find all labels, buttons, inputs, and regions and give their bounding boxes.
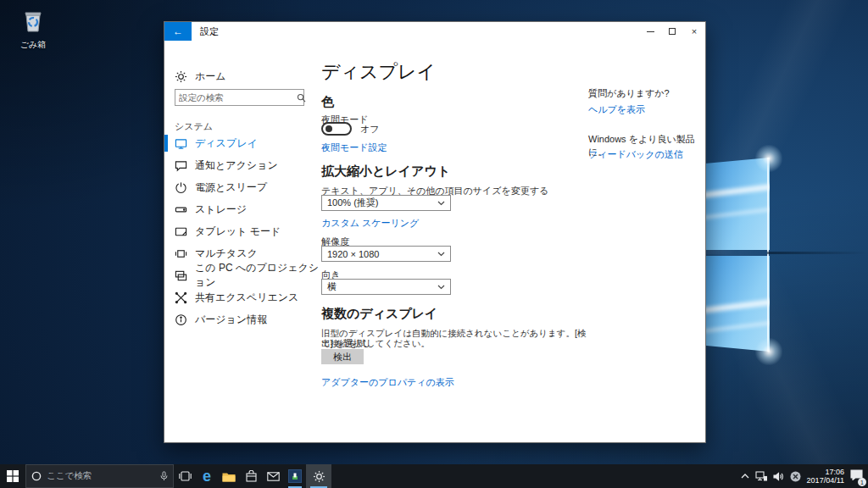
microphone-icon: [160, 471, 168, 481]
taskbar-clock[interactable]: 17:06 2017/04/11: [807, 468, 844, 485]
page-title: ディスプレイ: [321, 59, 436, 85]
orientation-dropdown[interactable]: 横: [321, 279, 451, 295]
recycle-bin-glyph: [20, 8, 46, 34]
windows-logo-edge-glow: [767, 158, 769, 352]
settings-search-input[interactable]: [175, 92, 297, 103]
windows-logo-corner-glow: [754, 336, 784, 367]
night-light-settings-link[interactable]: 夜間モード設定: [321, 141, 387, 154]
show-hidden-icons-button[interactable]: [741, 474, 749, 479]
action-center-button[interactable]: 1: [850, 469, 863, 484]
sidebar-item-label: 通知とアクション: [195, 158, 278, 173]
cortana-icon: [31, 471, 42, 481]
chevron-down-icon: [437, 201, 445, 206]
taskbar: ここで検索 e: [0, 464, 868, 488]
recycle-bin-label: ごみ箱: [10, 39, 56, 51]
toggle-track: [321, 122, 352, 136]
storage-icon: [175, 203, 187, 216]
task-view-button[interactable]: [174, 464, 196, 488]
get-help-link[interactable]: ヘルプを表示: [588, 103, 645, 116]
maximize-button[interactable]: [661, 22, 683, 41]
sidebar-item-notifications[interactable]: 通知とアクション: [164, 154, 321, 176]
sidebar-item-tablet-mode[interactable]: タブレット モード: [164, 220, 321, 242]
search-icon: [297, 93, 306, 103]
network-status-button[interactable]: [755, 471, 767, 481]
chevron-down-icon: [437, 285, 445, 290]
display-settings-panel: ディスプレイ 色 夜間モード オフ 夜間モード設定 拡大縮小とレイアウト テキス…: [321, 41, 593, 442]
sidebar-item-storage[interactable]: ストレージ: [164, 198, 321, 220]
back-button[interactable]: ←: [164, 22, 192, 41]
detect-button[interactable]: 検出: [321, 349, 364, 364]
settings-sidebar: ホーム システム ディスプレイ: [164, 41, 321, 442]
back-arrow-icon: ←: [173, 25, 183, 37]
adapter-properties-link[interactable]: アダプターのプロパティの表示: [321, 376, 454, 389]
pinned-app-button[interactable]: [284, 464, 306, 488]
sidebar-item-label: マルチタスク: [195, 247, 258, 261]
settings-gear-icon: [313, 470, 326, 483]
start-button[interactable]: [0, 464, 25, 488]
sidebar-item-label: ストレージ: [195, 202, 247, 217]
clock-date: 2017/04/11: [807, 476, 844, 485]
sidebar-home-label: ホーム: [195, 69, 226, 84]
speaker-icon: [773, 472, 784, 481]
resolution-value: 1920 × 1080: [327, 249, 379, 259]
sidebar-item-display[interactable]: ディスプレイ: [164, 132, 321, 154]
night-light-toggle[interactable]: オフ: [321, 122, 380, 136]
ime-disabled-icon: [790, 471, 801, 482]
scale-section-heading: 拡大縮小とレイアウト: [321, 164, 450, 180]
maximize-icon: [669, 28, 676, 35]
mail-envelope-icon: [267, 472, 280, 481]
desktop-wallpaper: ごみ箱 ← 設定 × ホーム: [0, 0, 868, 488]
ime-status-button[interactable]: [790, 471, 801, 482]
taskbar-app-icons: e: [174, 464, 331, 488]
volume-button[interactable]: [773, 472, 784, 481]
sidebar-item-label: バージョン情報: [195, 313, 267, 327]
resolution-dropdown[interactable]: 1920 × 1080: [321, 246, 451, 262]
taskbar-search-box[interactable]: ここで検索: [25, 464, 174, 488]
night-light-state: オフ: [360, 123, 380, 136]
windows-logo-corner-glow: [754, 143, 784, 174]
notification-badge: 1: [858, 478, 866, 486]
scaling-dropdown[interactable]: 100% (推奨): [321, 195, 451, 211]
scaling-value: 100% (推奨): [327, 197, 379, 209]
edge-icon: e: [203, 469, 211, 484]
minimize-button[interactable]: [639, 22, 661, 41]
multi-display-heading: 複数のディスプレイ: [321, 306, 437, 322]
settings-search-box[interactable]: [175, 89, 304, 106]
multi-display-description-line2: て接続を試してください。: [321, 338, 430, 348]
sidebar-item-shared-experiences[interactable]: 共有エクスペリエンス: [164, 286, 321, 308]
task-view-icon: [179, 471, 192, 481]
clock-time: 17:06: [807, 468, 844, 476]
store-button[interactable]: [240, 464, 262, 488]
toggle-knob: [326, 125, 332, 132]
sidebar-nav: ディスプレイ 通知とアクション 電源とスリープ: [164, 132, 321, 330]
system-tray: 17:06 2017/04/11 1: [741, 464, 868, 488]
send-feedback-link[interactable]: フィードバックの送信: [588, 148, 683, 161]
projecting-icon: [175, 269, 187, 282]
gear-icon: [175, 70, 187, 83]
custom-scaling-link[interactable]: カスタム スケーリング: [321, 217, 419, 230]
titlebar[interactable]: ← 設定 ×: [164, 22, 705, 41]
chevron-up-icon: [741, 474, 749, 479]
sidebar-item-home[interactable]: ホーム: [175, 66, 226, 86]
pinned-app-glyph: [292, 473, 298, 480]
sidebar-item-power[interactable]: 電源とスリープ: [164, 176, 321, 198]
settings-app-button[interactable]: [306, 464, 331, 488]
sidebar-item-projecting[interactable]: この PC へのプロジェクション: [164, 264, 321, 286]
folder-icon: [222, 471, 236, 482]
sidebar-section-label: システム: [175, 120, 213, 133]
chevron-down-icon: [437, 252, 445, 257]
pinned-app-icon: [288, 469, 302, 483]
file-explorer-button[interactable]: [218, 464, 240, 488]
sidebar-item-label: タブレット モード: [195, 225, 281, 239]
close-button[interactable]: ×: [683, 22, 705, 41]
sidebar-item-label: ディスプレイ: [195, 136, 258, 151]
mail-button[interactable]: [262, 464, 284, 488]
sidebar-item-about[interactable]: バージョン情報: [164, 308, 321, 330]
edge-browser-button[interactable]: e: [196, 464, 218, 488]
color-section-heading: 色: [321, 94, 334, 110]
recycle-bin-icon[interactable]: ごみ箱: [10, 8, 56, 51]
close-icon: ×: [692, 26, 697, 36]
network-icon: [755, 471, 767, 481]
sidebar-item-label: 共有エクスペリエンス: [195, 291, 298, 305]
power-icon: [175, 181, 187, 194]
